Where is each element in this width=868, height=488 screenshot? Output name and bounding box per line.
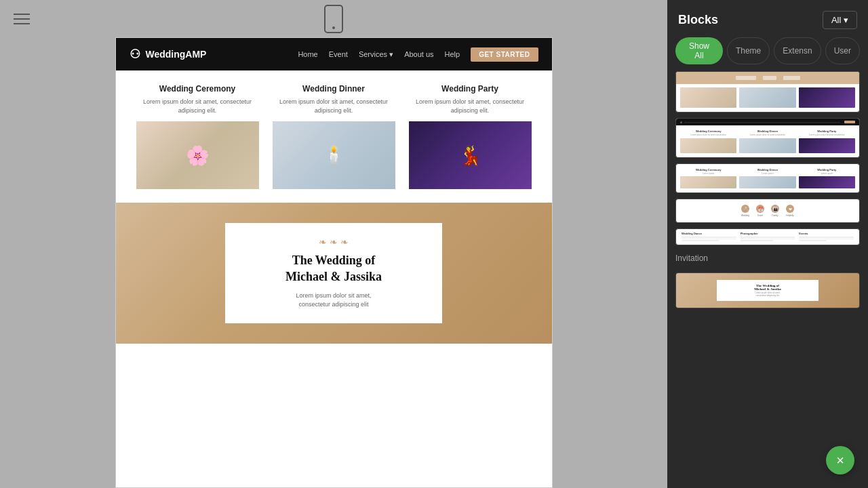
thumb-card-img-1 [680, 138, 736, 153]
card-dinner-image: 🕯️ [273, 121, 395, 189]
thumb-footer-col-2-title: Photographer [741, 232, 795, 235]
thumb-icon-helpfully: ❤ Helpfully [786, 205, 794, 217]
thumb-invitation-card: The Wedding ofMichael & Jassika Lorem ip… [717, 280, 818, 302]
thumb-icon-family-label: Family [772, 214, 778, 217]
thumb-icon-event: 📅 Event [756, 205, 764, 217]
tab-extension[interactable]: Extensn [774, 37, 821, 64]
card-ceremony: Wedding Ceremony Lorem ipsum dolor sit a… [136, 84, 259, 189]
thumb-icon-helpfully-label: Helpfully [786, 214, 794, 217]
block-thumbnail-5[interactable]: Wedding Dance Photographer Events [675, 228, 860, 245]
right-panel: Blocks All ▾ Show All Theme Extensn User [667, 0, 868, 488]
thumb-icon-family: 👪 Family [771, 205, 779, 217]
block-thumbnail-1[interactable] [675, 71, 860, 113]
phone-preview-icon[interactable] [324, 5, 343, 33]
thumb-invitation-text: Lorem ipsum dolor sit amet,consectetur a… [722, 292, 813, 298]
nav-link-help[interactable]: Help [445, 50, 460, 58]
nav-link-event[interactable]: Event [329, 50, 348, 58]
thumb-card-img-3 [799, 138, 855, 153]
thumb-card-text-2: Lorem ipsum dolor sit amet consectetur [739, 134, 795, 137]
site-nav: ⚇ WeddingAMP Home Event Services ▾ About… [116, 38, 552, 70]
hamburger-icon[interactable] [14, 14, 30, 24]
tab-theme[interactable]: Theme [727, 37, 770, 64]
card-ceremony-text: Lorem ipsum dolor sit amet, consectetur … [136, 98, 259, 115]
card-dinner: Wedding Dinner Lorem ipsum dolor sit ame… [273, 84, 395, 189]
thumb-card-title-3: Wedding Party [799, 129, 855, 133]
thumb-icon-helpfully-circle: ❤ [786, 205, 794, 213]
close-fab-button[interactable]: × [826, 446, 854, 474]
nav-link-home[interactable]: Home [298, 50, 317, 58]
canvas-area: ⚇ WeddingAMP Home Event Services ▾ About… [0, 0, 667, 488]
card-ceremony-title: Wedding Ceremony [136, 84, 259, 94]
tab-show-all[interactable]: Show All [675, 37, 723, 64]
card-party-text: Lorem ipsum dolor sit amet, consectetur … [409, 98, 532, 115]
card-dinner-title: Wedding Dinner [273, 84, 395, 94]
site-nav-links: Home Event Services ▾ About us Help GET … [298, 47, 538, 62]
nav-link-services[interactable]: Services ▾ [359, 50, 393, 59]
site-logo-text: WeddingAMP [146, 49, 207, 60]
invitation-title: The Wedding ofMichael & Jassika [245, 253, 422, 285]
thumb-card-text-3: Lorem ipsum dolor sit amet consectetur [799, 134, 855, 137]
thumb-card-text-1: Lorem ipsum dolor sit amet consectetur [680, 134, 736, 137]
nav-link-about[interactable]: About us [404, 50, 433, 58]
card-party: Wedding Party Lorem ipsum dolor sit amet… [409, 84, 532, 189]
nav-get-started-button[interactable]: GET STARTED [471, 47, 538, 62]
all-dropdown-button[interactable]: All ▾ [823, 11, 857, 29]
thumb-icon-event-label: Event [757, 214, 763, 217]
block-thumbnail-4[interactable]: 💍 Wedding 📅 Event 👪 Family ❤ Helpfully [675, 199, 860, 223]
block-thumbnail-3[interactable]: Wedding Ceremony Lorem ipsum Wedding Din… [675, 163, 860, 194]
invitation-section: ❧ ❧ ❧ The Wedding ofMichael & Jassika Lo… [116, 203, 552, 344]
logo-icon: ⚇ [130, 47, 140, 62]
section-invitation-label: Invitation [675, 251, 860, 267]
cards-section: Wedding Ceremony Lorem ipsum dolor sit a… [116, 70, 552, 203]
thumb-card-title-2: Wedding Dinner [739, 129, 795, 133]
site-logo: ⚇ WeddingAMP [130, 47, 207, 62]
thumb-footer-col-3-title: Events [799, 232, 854, 235]
card-dinner-text: Lorem ipsum dolor sit amet, consectetur … [273, 98, 395, 115]
tab-user[interactable]: User [825, 37, 860, 64]
thumb-icon-family-circle: 👪 [771, 205, 779, 213]
card-party-image: 💃 [409, 121, 532, 189]
thumb-icon-wedding: 💍 Wedding [741, 205, 749, 217]
block-thumbnail-invitation[interactable]: The Wedding ofMichael & Jassika Lorem ip… [675, 272, 860, 309]
thumb-icon-wedding-label: Wedding [741, 214, 749, 217]
invitation-text: Lorem ipsum dolor sit amet,consectetur a… [245, 291, 422, 310]
panel-content: Wedding Ceremony Lorem ipsum dolor sit a… [667, 71, 868, 488]
card-party-title: Wedding Party [409, 84, 532, 94]
thumb-icon-event-circle: 📅 [756, 205, 764, 213]
top-bar [0, 0, 667, 37]
thumb-footer-col-3: Events [799, 232, 854, 242]
block-thumbnail-2[interactable]: Wedding Ceremony Lorem ipsum dolor sit a… [675, 118, 860, 158]
thumb-card-img-2 [739, 138, 795, 153]
card-ceremony-image: 🌸 [136, 121, 259, 189]
invitation-ornament: ❧ ❧ ❧ [245, 237, 422, 247]
panel-header: Blocks All ▾ [667, 0, 868, 37]
thumb-card-title-1: Wedding Ceremony [680, 129, 736, 133]
thumb-footer-col-1-title: Wedding Dance [682, 232, 736, 235]
invitation-card: ❧ ❧ ❧ The Wedding ofMichael & Jassika Lo… [225, 223, 443, 323]
website-preview-frame: ⚇ WeddingAMP Home Event Services ▾ About… [115, 37, 553, 488]
thumb-footer-col-2: Photographer [741, 232, 795, 242]
thumb-footer-col-1: Wedding Dance [682, 232, 736, 242]
panel-title: Blocks [678, 13, 718, 27]
thumb-icon-wedding-circle: 💍 [741, 205, 749, 213]
filter-tabs: Show All Theme Extensn User [667, 37, 868, 71]
thumb-invitation-title: The Wedding ofMichael & Jassika [722, 284, 813, 291]
